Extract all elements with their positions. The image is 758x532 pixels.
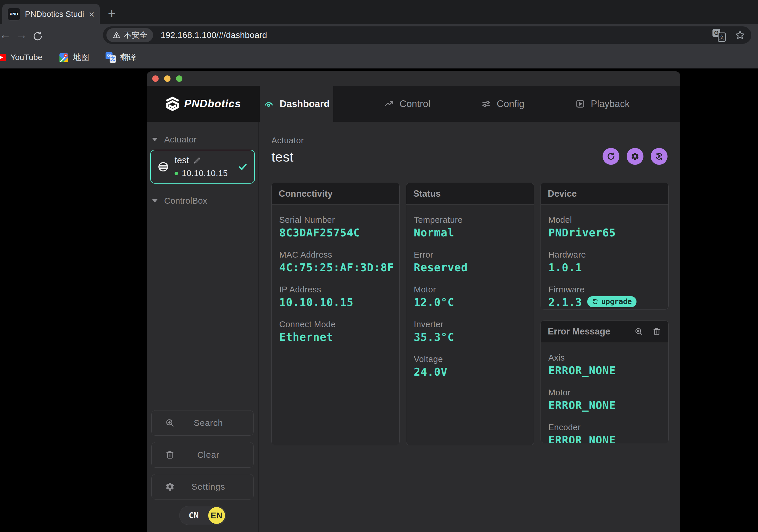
gear-icon [631,152,639,161]
edit-pencil-icon[interactable] [193,157,201,164]
pndbotics-logo-mark [166,96,180,111]
actuator-icon [157,161,169,173]
refresh-button[interactable] [603,148,619,165]
sliders-icon [481,99,492,109]
page-background: PNDbotics Dashboard Cont [0,68,758,532]
tab-control[interactable]: Control [384,86,430,122]
error-panel-title: Error Message [548,326,610,337]
refresh-icon [606,152,616,161]
ip-address-row: IP Address 10.10.10.15 [279,285,392,309]
upgrade-sync-icon [592,298,599,305]
encoder-error-row: Encoder ERROR_NONE [548,422,661,443]
maximize-traffic-light[interactable] [176,75,182,82]
settings-button[interactable]: Settings [151,474,254,500]
pnd-favicon: PND [8,8,20,20]
search-plus-icon [165,418,175,428]
app-window: PNDbotics Dashboard Cont [147,71,680,532]
forward-icon[interactable]: → [13,28,30,42]
back-icon[interactable]: ← [0,28,13,42]
device-name: test [175,155,189,166]
check-icon [237,161,248,172]
window-titlebar [147,71,680,86]
clear-button[interactable]: Clear [151,442,254,468]
browser-tab-bar: PND PNDbotics Studio × + [0,0,758,24]
device-card-test[interactable]: test 10.10.10.15 [150,150,255,184]
motor-temp-row: Motor 12.0°C [414,285,526,309]
translate-bookmark-icon: G 文 [106,52,116,63]
sidebar-section-controlbox[interactable]: ControlBox [152,196,258,206]
connectivity-panel-title: Connectivity [272,183,399,204]
favicon-text: PND [10,12,18,16]
warning-icon [112,31,121,39]
bookmarks-bar: YouTube 地图 G 文 翻译 [0,46,758,68]
bookmark-maps[interactable]: 地图 [58,52,89,63]
tab-config[interactable]: Config [481,86,524,122]
gear-icon [165,482,175,492]
play-square-icon [575,99,585,109]
browser-tab[interactable]: PND PNDbotics Studio × [2,4,100,24]
link-sync-icon [654,152,664,161]
error-row: Error Reserved [414,250,526,274]
chevron-down-icon [152,199,158,202]
breadcrumb: Actuator [271,136,680,145]
new-tab-button[interactable]: + [108,5,116,22]
language-cn-option[interactable]: CN [180,511,208,520]
inverter-temp-row: Inverter 35.3°C [414,319,526,343]
sidebar: Actuator test [147,122,258,532]
search-button[interactable]: Search [151,410,254,436]
browser-toolbar: ← → 不安全 192.168.1.100/#/dashboard G 文 [0,24,758,46]
online-status-dot [175,172,178,175]
reload-icon[interactable] [30,28,46,42]
bookmark-star-icon[interactable] [735,30,745,41]
app-tabstrip: Dashboard Control Config [260,86,680,122]
language-en-option[interactable]: EN [208,507,225,524]
tab-title: PNDbotics Studio [25,10,84,19]
maps-icon [58,52,69,63]
security-chip[interactable]: 不安全 [106,28,153,42]
clear-errors-trash-icon[interactable] [652,327,662,336]
bookmark-translate[interactable]: G 文 翻译 [106,52,136,63]
serial-number-row: Serial Number 8C3DAF25754C [279,215,392,239]
connectivity-panel: Connectivity Serial Number 8C3DAF25754C … [271,183,399,445]
app-header: PNDbotics Dashboard Cont [147,86,680,122]
voltage-row: Voltage 24.0V [414,354,526,378]
trending-up-icon [384,99,395,109]
connect-mode-row: Connect Mode Ethernet [279,319,392,343]
bookmark-youtube[interactable]: YouTube [0,53,42,62]
firmware-row: Firmware 2.1.3 upgrade [548,285,661,309]
chevron-down-icon [152,138,158,141]
url-text[interactable]: 192.168.1.100/#/dashboard [161,30,712,40]
model-row: Model PNDriver65 [548,215,661,239]
status-panel-title: Status [406,183,534,204]
temperature-row: Temperature Normal [414,215,526,239]
gauge-icon [263,98,274,109]
device-ip: 10.10.10.15 [182,168,228,178]
trash-icon [165,450,175,460]
device-settings-button[interactable] [627,148,643,165]
axis-error-row: Axis ERROR_NONE [548,353,661,377]
error-message-panel: Error Message [540,321,669,443]
close-traffic-light[interactable] [152,75,158,82]
tab-dashboard[interactable]: Dashboard [260,86,333,122]
reconnect-button[interactable] [651,148,668,165]
status-panel: Status Temperature Normal Error Reserved [406,183,534,445]
device-panel: Device Model PNDriver65 Hardware 1.0.1 [540,183,669,309]
language-toggle: CN EN [179,506,226,525]
mac-address-row: MAC Address 4C:75:25:AF:3D:8F [279,250,392,274]
motor-error-row: Motor ERROR_NONE [548,388,661,411]
minimize-traffic-light[interactable] [164,75,170,82]
upgrade-badge[interactable]: upgrade [587,296,636,307]
tab-close-icon[interactable]: × [89,9,94,19]
hardware-row: Hardware 1.0.1 [548,250,661,274]
youtube-icon [0,54,6,61]
app-logo: PNDbotics [147,86,260,122]
translate-icon[interactable]: G 文 [712,28,726,42]
tab-playback[interactable]: Playback [575,86,630,122]
search-error-icon[interactable] [634,327,643,336]
logo-text: PNDbotics [184,98,241,110]
security-chip-label: 不安全 [124,30,147,40]
address-bar[interactable]: 不安全 192.168.1.100/#/dashboard G 文 [103,26,751,44]
device-panel-title: Device [541,183,669,204]
main-content: Actuator test [258,122,680,532]
sidebar-section-actuator[interactable]: Actuator [152,135,258,144]
